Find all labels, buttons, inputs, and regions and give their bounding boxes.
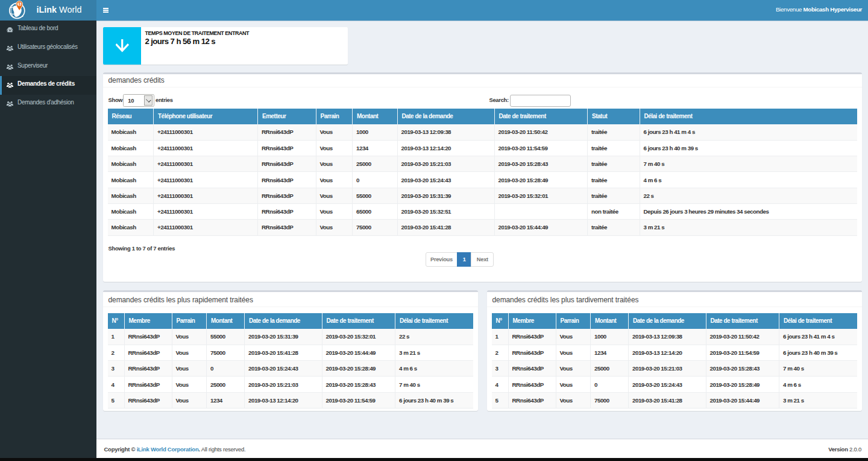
svg-text:$: $ <box>18 2 20 7</box>
